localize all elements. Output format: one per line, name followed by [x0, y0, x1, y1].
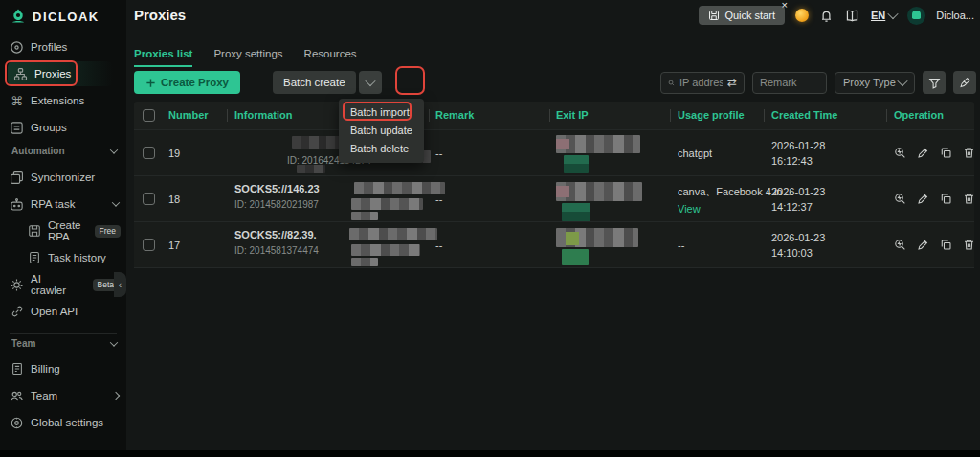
profiles-icon: [10, 40, 24, 55]
cell-proxy: SOCKS5://146.23: [234, 183, 320, 194]
close-icon[interactable]: ×: [782, 0, 788, 11]
check-proxy-icon[interactable]: [894, 147, 906, 159]
sidebar-item-task-history[interactable]: Task history: [27, 247, 119, 268]
swap-icon[interactable]: ⇄: [727, 76, 737, 89]
cell-created-time: 14:10:03: [771, 247, 813, 259]
cell-remark: --: [435, 148, 442, 159]
create-proxy-label: Create Proxy: [161, 77, 229, 88]
toolbar: Create Proxy Batch create: [134, 71, 382, 94]
sidebar-item-label: Proxies: [34, 68, 71, 80]
account-name[interactable]: Dicloa...: [936, 10, 974, 21]
cell-created-time: 16:12:43: [771, 155, 813, 167]
create-proxy-button[interactable]: Create Proxy: [134, 71, 240, 94]
filter-bar: ⇄ Proxy Type: [660, 71, 976, 94]
copy-icon[interactable]: [940, 239, 952, 251]
copy-icon[interactable]: [940, 193, 952, 205]
delete-icon[interactable]: [963, 193, 975, 205]
sidebar-item-extensions[interactable]: ⌘ Extensions: [10, 90, 119, 111]
sidebar-item-profiles[interactable]: Profiles: [10, 36, 119, 57]
blurred-country-flag: [562, 249, 589, 265]
row-checkbox[interactable]: [143, 193, 155, 205]
quick-start-label: Quick start: [724, 10, 775, 21]
table-row: 17 SOCKS5://82.39. ID: 2014581374474 -- …: [134, 221, 974, 267]
cell-usage-profile: chatgpt: [678, 148, 712, 159]
chevron-down-icon: [110, 338, 118, 346]
sidebar-item-label: Profiles: [31, 41, 67, 53]
menu-item-batch-delete[interactable]: Batch delete: [339, 140, 424, 158]
delete-icon[interactable]: [963, 239, 975, 251]
sidebar-item-rpa-task[interactable]: RPA task: [10, 194, 119, 215]
sidebar-item-ai-crawler[interactable]: AI crawler Beta: [10, 274, 119, 295]
blurred-proxy: [351, 212, 378, 220]
sidebar-item-proxies[interactable]: Proxies: [8, 61, 113, 86]
gear-icon: [10, 416, 24, 430]
ip-address-search[interactable]: ⇄: [660, 72, 745, 94]
select-all-checkbox[interactable]: [143, 109, 155, 122]
col-usage-profile: Usage profile: [678, 109, 745, 121]
batch-create-button[interactable]: Batch create: [273, 71, 356, 94]
remark-input[interactable]: [760, 77, 819, 88]
menu-item-batch-import[interactable]: Batch import: [339, 103, 424, 122]
row-checkbox[interactable]: [143, 239, 155, 251]
notifications-bell-icon[interactable]: [819, 8, 835, 23]
sidebar-item-team[interactable]: Team: [10, 385, 119, 406]
search-icon: [668, 78, 675, 88]
row-checkbox[interactable]: [143, 147, 155, 159]
header-divider: [764, 109, 765, 122]
cell-number: 18: [168, 194, 180, 205]
check-proxy-icon[interactable]: [894, 193, 906, 205]
broom-icon: [959, 77, 971, 89]
cell-remark: --: [435, 240, 442, 251]
table-row: 18 SOCKS5://146.23 ID: 2014582021987 -- …: [134, 175, 974, 221]
quick-start-button[interactable]: Quick start ×: [699, 6, 785, 25]
tab-bar: Proxies list Proxy settings Resources: [134, 48, 357, 67]
proxy-type-select[interactable]: Proxy Type: [835, 72, 915, 94]
sidebar-item-create-rpa[interactable]: Create RPA Free: [27, 220, 119, 241]
sidebar-item-billing[interactable]: Billing: [10, 358, 119, 379]
sidebar-item-open-api[interactable]: Open API: [10, 301, 119, 322]
tab-resources[interactable]: Resources: [304, 48, 357, 67]
tab-proxies-list[interactable]: Proxies list: [134, 48, 192, 67]
sidebar-item-synchronizer[interactable]: Synchronizer: [10, 167, 119, 188]
synchronizer-icon: [10, 171, 24, 185]
edit-icon[interactable]: [917, 147, 929, 159]
cell-created-date: 2026-01-23: [771, 232, 825, 243]
sidebar-item-label: Extensions: [31, 95, 84, 106]
cell-created-time: 14:12:37: [771, 201, 813, 213]
delete-icon[interactable]: [963, 147, 975, 159]
blurred-country-flag: [564, 155, 589, 173]
batch-create-dropdown-button[interactable]: [359, 71, 382, 94]
filter-button[interactable]: [923, 71, 946, 94]
rewards-coin-icon[interactable]: [795, 9, 809, 22]
blurred-proxy: [351, 258, 378, 266]
sidebar-item-label: Global settings: [31, 417, 103, 428]
clear-filters-button[interactable]: [953, 71, 976, 94]
docs-book-icon[interactable]: [845, 8, 860, 23]
copy-icon[interactable]: [940, 147, 952, 159]
brand-name: DICLOAK: [33, 10, 100, 24]
view-link[interactable]: View: [678, 203, 701, 215]
billing-icon: [10, 362, 24, 377]
language-selector[interactable]: EN: [871, 10, 897, 21]
annotation-rect-dropdown-arrow: [395, 66, 425, 95]
edit-icon[interactable]: [917, 193, 929, 205]
blurred-proxy: [349, 228, 437, 240]
menu-item-batch-update[interactable]: Batch update: [339, 122, 424, 140]
header-divider: [886, 109, 887, 122]
sidebar-section-team[interactable]: Team: [11, 338, 117, 349]
remark-search[interactable]: [752, 72, 827, 94]
sidebar-collapse-handle[interactable]: ‹: [114, 272, 126, 297]
check-proxy-icon[interactable]: [894, 239, 906, 251]
tab-proxy-settings[interactable]: Proxy settings: [213, 48, 282, 67]
main-content: Proxies Quick start × EN Dicloa... Proxi…: [126, 0, 980, 450]
cell-usage-profile: --: [678, 240, 684, 251]
edit-icon[interactable]: [917, 239, 929, 251]
app-window: DICLOAK Profiles Proxies ⌘ Extensions Gr…: [0, 0, 980, 457]
sidebar-item-global-settings[interactable]: Global settings: [10, 412, 119, 433]
sidebar-item-groups[interactable]: Groups: [10, 117, 119, 138]
avatar[interactable]: [907, 7, 925, 25]
cell-created-date: 2026-01-23: [771, 186, 825, 197]
sidebar-section-automation[interactable]: Automation: [11, 146, 117, 156]
ip-address-input[interactable]: [679, 77, 723, 88]
col-information: Information: [234, 109, 293, 121]
